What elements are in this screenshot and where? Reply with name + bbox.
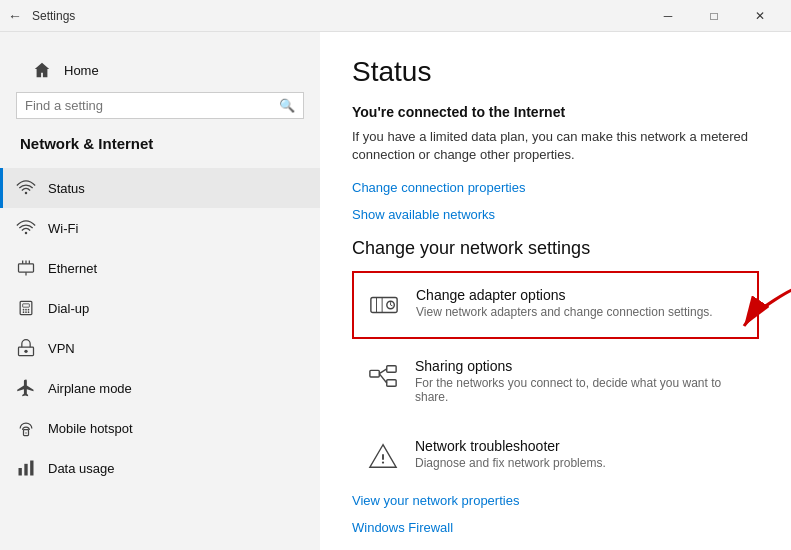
adapter-text: Change adapter options View network adap… [416, 287, 713, 319]
network-settings-heading: Change your network settings [352, 238, 759, 259]
status-label: Status [48, 181, 85, 196]
sidebar-item-datausage[interactable]: Data usage [0, 448, 320, 488]
svg-point-10 [25, 309, 27, 311]
svg-line-30 [379, 369, 387, 374]
svg-rect-20 [24, 464, 27, 476]
svg-rect-2 [19, 264, 34, 272]
setting-item-sharing[interactable]: Sharing options For the networks you con… [352, 343, 759, 419]
back-button[interactable]: ← [8, 8, 22, 24]
settings-items-wrapper: Change adapter options View network adap… [352, 271, 759, 339]
svg-point-1 [25, 232, 28, 235]
view-properties-link[interactable]: View your network properties [352, 493, 759, 508]
home-label: Home [64, 63, 99, 78]
search-box[interactable]: 🔍 [16, 92, 304, 119]
search-input[interactable] [25, 98, 279, 113]
sidebar-header: Home 🔍 Network & Internet [0, 32, 320, 168]
setting-item-troubleshooter[interactable]: Network troubleshooter Diagnose and fix … [352, 423, 759, 489]
titlebar: ← Settings ─ □ ✕ [0, 0, 791, 32]
troubleshooter-icon [365, 438, 401, 474]
sharing-name: Sharing options [415, 358, 746, 374]
svg-point-0 [25, 192, 28, 195]
wifi-label: Wi-Fi [48, 221, 78, 236]
sidebar-item-hotspot[interactable]: Mobile hotspot [0, 408, 320, 448]
svg-rect-27 [370, 371, 379, 378]
windows-firewall-link[interactable]: Windows Firewall [352, 520, 759, 535]
adapter-desc: View network adapters and change connect… [416, 305, 713, 319]
troubleshooter-desc: Diagnose and fix network problems. [415, 456, 606, 470]
svg-point-14 [28, 311, 30, 313]
svg-rect-29 [387, 380, 396, 387]
troubleshooter-text: Network troubleshooter Diagnose and fix … [415, 438, 606, 470]
svg-point-13 [25, 311, 27, 313]
datausage-label: Data usage [48, 461, 115, 476]
svg-point-16 [24, 350, 27, 353]
svg-rect-19 [19, 468, 22, 476]
ethernet-icon [16, 258, 36, 278]
window-title: Settings [32, 9, 645, 23]
sharing-desc: For the networks you connect to, decide … [415, 376, 746, 404]
sharing-text: Sharing options For the networks you con… [415, 358, 746, 404]
sidebar-nav: Status Wi-Fi [0, 168, 320, 488]
sidebar: Home 🔍 Network & Internet [0, 32, 320, 550]
minimize-button[interactable]: ─ [645, 0, 691, 32]
window-controls: ─ □ ✕ [645, 0, 783, 32]
sidebar-item-vpn[interactable]: VPN [0, 328, 320, 368]
sharing-icon [365, 358, 401, 394]
adapter-icon [366, 287, 402, 323]
svg-line-31 [379, 374, 387, 383]
troubleshooter-name: Network troubleshooter [415, 438, 606, 454]
ethernet-label: Ethernet [48, 261, 97, 276]
status-description: If you have a limited data plan, you can… [352, 128, 759, 164]
hotspot-icon [16, 418, 36, 438]
dialup-label: Dial-up [48, 301, 89, 316]
maximize-button[interactable]: □ [691, 0, 737, 32]
setting-item-adapter[interactable]: Change adapter options View network adap… [352, 271, 759, 339]
hotspot-label: Mobile hotspot [48, 421, 133, 436]
svg-rect-22 [371, 298, 397, 313]
page-title: Status [352, 56, 759, 88]
sidebar-section-title: Network & Internet [16, 135, 304, 152]
home-icon [32, 60, 52, 80]
svg-point-9 [23, 309, 25, 311]
search-icon: 🔍 [279, 98, 295, 113]
sidebar-item-airplane[interactable]: Airplane mode [0, 368, 320, 408]
airplane-label: Airplane mode [48, 381, 132, 396]
airplane-icon [16, 378, 36, 398]
sidebar-item-status[interactable]: Status [0, 168, 320, 208]
close-button[interactable]: ✕ [737, 0, 783, 32]
content-area: Status You're connected to the Internet … [320, 32, 791, 550]
wifi-icon [16, 218, 36, 238]
change-properties-link[interactable]: Change connection properties [352, 180, 759, 195]
svg-rect-21 [30, 461, 33, 476]
sidebar-item-dialup[interactable]: Dial-up [0, 288, 320, 328]
vpn-label: VPN [48, 341, 75, 356]
adapter-name: Change adapter options [416, 287, 713, 303]
show-networks-link[interactable]: Show available networks [352, 207, 759, 222]
main-container: Home 🔍 Network & Internet [0, 32, 791, 550]
sidebar-item-wifi[interactable]: Wi-Fi [0, 208, 320, 248]
connection-status: You're connected to the Internet [352, 104, 759, 120]
svg-point-11 [28, 309, 30, 311]
svg-rect-8 [23, 304, 30, 307]
svg-rect-28 [387, 366, 396, 373]
dialup-icon [16, 298, 36, 318]
svg-point-33 [382, 462, 384, 464]
svg-point-12 [23, 311, 25, 313]
status-icon [16, 178, 36, 198]
sidebar-item-ethernet[interactable]: Ethernet [0, 248, 320, 288]
datausage-icon [16, 458, 36, 478]
vpn-icon [16, 338, 36, 358]
sidebar-item-home[interactable]: Home [16, 48, 304, 92]
